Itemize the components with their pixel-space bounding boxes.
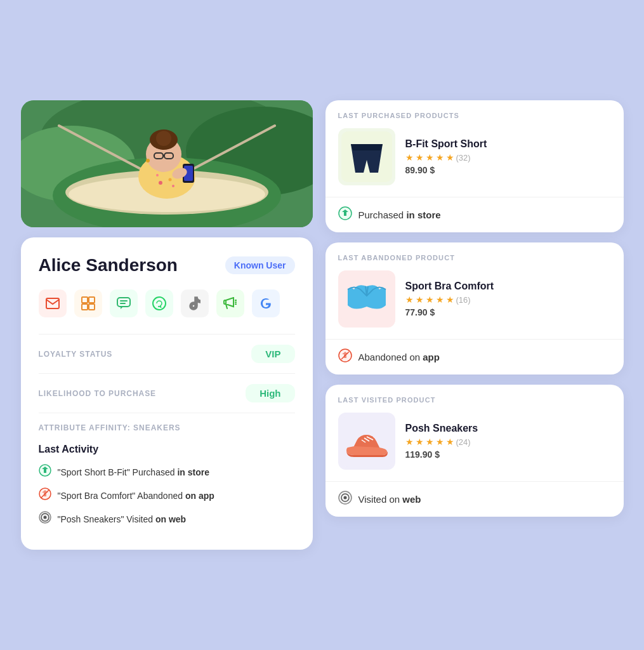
- svg-point-44: [43, 516, 46, 519]
- svg-rect-28: [89, 304, 95, 310]
- loyalty-status-label: LOYALTY STATUS: [39, 350, 113, 359]
- affinity-section: ATTRIBUTE AFFINITY: SNEAKERS Last Activi…: [39, 413, 295, 527]
- star-4: ★: [436, 152, 444, 162]
- sneakers-stars: ★ ★ ★ ★ ★ (24): [405, 437, 611, 447]
- likelihood-value: High: [246, 384, 294, 402]
- sneakers-star-2: ★: [416, 437, 424, 447]
- shorts-name: B-Fit Sport Short: [405, 138, 611, 150]
- star-3: ★: [426, 152, 434, 162]
- email-channel-icon[interactable]: [39, 289, 67, 317]
- last-purchased-info: B-Fit Sport Short ★ ★ ★ ★ ★ (32) 89.90 $: [325, 128, 624, 197]
- last-abandoned-footer: Abandoned on app: [325, 339, 624, 375]
- svg-point-12: [156, 131, 171, 146]
- svg-marker-33: [226, 298, 233, 307]
- activity-item-1: "Sport Short B-Fit" Purchased in store: [39, 464, 295, 480]
- loyalty-status-row: LOYALTY STATUS VIP: [39, 334, 295, 373]
- left-column: Alice Sanderson Known User: [21, 100, 313, 550]
- last-purchased-footer: Purchased in store: [325, 197, 624, 232]
- activity-icon-1: [39, 464, 51, 480]
- shorts-price: 89.90 $: [405, 165, 611, 175]
- last-visited-card: LAST VISITED PRODUCT: [325, 385, 624, 517]
- visited-footer-icon: [338, 491, 352, 508]
- whatsapp-channel-icon[interactable]: [145, 289, 173, 317]
- sneakers-review-count: (24): [456, 437, 471, 447]
- main-container: Alice Sanderson Known User: [21, 100, 624, 550]
- bra-price: 77.90 $: [405, 307, 611, 317]
- svg-point-56: [343, 496, 346, 500]
- activity-text-3: "Posh Sneakers" Visited on web: [58, 514, 187, 524]
- svg-point-23: [172, 185, 174, 187]
- bra-details: Sport Bra Comfort ★ ★ ★ ★ ★ (16) 77.90 $: [405, 281, 611, 317]
- last-abandoned-card: LAST ABANDONED PRODUCT Sport Bra Comfort…: [325, 242, 624, 375]
- activity-text-1: "Sport Short B-Fit" Purchased in store: [58, 467, 209, 477]
- affinity-label: ATTRIBUTE AFFINITY: SNEAKERS: [39, 423, 295, 432]
- sneakers-star-1: ★: [405, 437, 414, 447]
- bra-name: Sport Bra Comfort: [405, 281, 611, 292]
- svg-rect-27: [82, 304, 88, 310]
- svg-point-21: [168, 178, 171, 182]
- last-visited-info: Posh Sneakers ★ ★ ★ ★ ★ (24) 119.90 $: [325, 413, 624, 481]
- likelihood-row: LIKELIHOOD TO PURCHASE High: [39, 373, 295, 413]
- bra-star-4: ★: [436, 295, 444, 305]
- loyalty-status-value: VIP: [251, 345, 294, 363]
- sneakers-details: Posh Sneakers ★ ★ ★ ★ ★ (24) 119.90 $: [405, 423, 611, 460]
- bra-thumbnail: [338, 270, 395, 328]
- last-activity-title: Last Activity: [39, 444, 295, 455]
- last-visited-title: LAST VISITED PRODUCT: [325, 385, 624, 413]
- svg-rect-25: [82, 297, 88, 303]
- last-purchased-card: LAST PURCHASED PRODUCTS B-Fit Sport Shor…: [325, 100, 624, 232]
- profile-name: Alice Sanderson: [39, 255, 178, 275]
- svg-rect-29: [117, 298, 130, 307]
- svg-point-16: [146, 159, 150, 162]
- visited-footer-text: Visited on web: [358, 494, 421, 505]
- right-column: LAST PURCHASED PRODUCTS B-Fit Sport Shor…: [325, 100, 624, 517]
- chat-channel-icon[interactable]: [110, 289, 138, 317]
- star-2: ★: [416, 152, 424, 162]
- shorts-thumbnail: [338, 128, 395, 185]
- activity-icon-2: [39, 488, 51, 503]
- bra-star-1: ★: [405, 295, 414, 305]
- hero-image: [21, 100, 313, 227]
- star-5: ★: [446, 152, 454, 162]
- megaphone-channel-icon[interactable]: [216, 289, 244, 317]
- sneakers-star-3: ★: [426, 437, 434, 447]
- profile-header: Alice Sanderson Known User: [39, 255, 295, 275]
- bra-star-5: ★: [446, 295, 454, 305]
- purchased-footer-text: Purchased in store: [358, 209, 441, 220]
- catalog-channel-icon[interactable]: [74, 289, 102, 317]
- purchased-footer-icon: [338, 206, 352, 223]
- svg-point-32: [153, 297, 166, 310]
- bra-star-2: ★: [416, 295, 424, 305]
- last-visited-footer: Visited on web: [325, 481, 624, 517]
- bra-review-count: (16): [456, 295, 471, 305]
- known-user-badge: Known User: [225, 256, 295, 274]
- sneakers-name: Posh Sneakers: [405, 423, 611, 434]
- bra-star-3: ★: [426, 295, 434, 305]
- sneakers-star-5: ★: [446, 437, 454, 447]
- profile-card: Alice Sanderson Known User: [21, 237, 313, 550]
- sneakers-star-4: ★: [436, 437, 444, 447]
- sneakers-thumbnail: [338, 413, 395, 470]
- bra-stars: ★ ★ ★ ★ ★ (16): [405, 295, 611, 305]
- shorts-review-count: (32): [456, 153, 471, 162]
- tiktok-channel-icon[interactable]: [181, 289, 209, 317]
- abandoned-footer-text: Abandoned on app: [358, 352, 440, 362]
- activity-item-3: "Posh Sneakers" Visited on web: [39, 511, 295, 527]
- shorts-details: B-Fit Sport Short ★ ★ ★ ★ ★ (32) 89.90 $: [405, 138, 611, 175]
- last-purchased-title: LAST PURCHASED PRODUCTS: [325, 100, 624, 128]
- svg-rect-34: [224, 300, 226, 304]
- star-1: ★: [405, 152, 414, 162]
- abandoned-footer-icon: [338, 348, 352, 366]
- channel-icons: [39, 289, 295, 317]
- svg-rect-26: [89, 297, 95, 303]
- activity-item-2: "Sport Bra Comfort" Abandoned on app: [39, 488, 295, 503]
- likelihood-label: LIKELIHOOD TO PURCHASE: [39, 389, 157, 398]
- activity-text-2: "Sport Bra Comfort" Abandoned on app: [58, 491, 214, 501]
- shorts-stars: ★ ★ ★ ★ ★ (32): [405, 152, 611, 162]
- activity-icon-3: [39, 511, 51, 527]
- svg-point-22: [156, 174, 159, 176]
- last-abandoned-info: Sport Bra Comfort ★ ★ ★ ★ ★ (16) 77.90 $: [325, 270, 624, 339]
- sneakers-price: 119.90 $: [405, 449, 611, 460]
- last-abandoned-title: LAST ABANDONED PRODUCT: [325, 242, 624, 270]
- google-channel-icon[interactable]: [252, 289, 280, 317]
